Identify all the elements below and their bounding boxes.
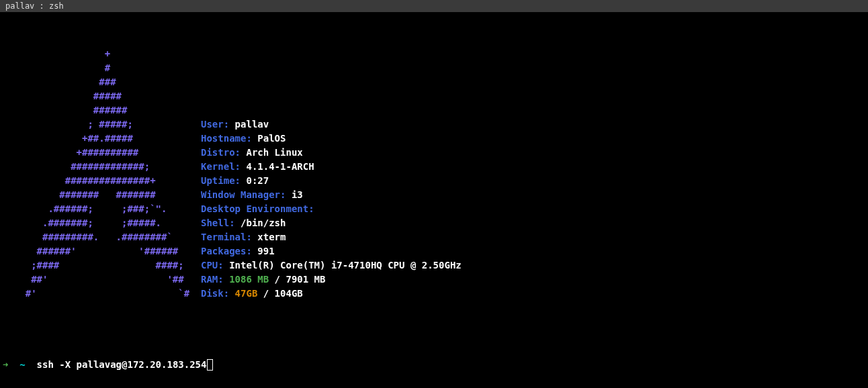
prompt-cwd: ~	[19, 358, 25, 372]
info-line: User: pallav	[201, 117, 269, 132]
info-line: Uptime: 0:27	[201, 174, 269, 188]
info-line: Shell: /bin/zsh	[201, 216, 286, 230]
info-value: Intel(R) Core(TM) i7-4710HQ CPU @ 2.50GH…	[229, 260, 462, 271]
prompt-command[interactable]: ssh -X pallavag@172.20.183.254	[37, 358, 207, 372]
ascii-row: +##.##### Hostname: PalOS	[3, 132, 865, 146]
ascii-row: ###	[3, 75, 865, 89]
arch-logo-line: #####	[3, 89, 201, 103]
info-value: /bin/zsh	[241, 217, 286, 228]
arch-logo-line: ###	[3, 75, 201, 89]
info-line: Desktop Environment:	[201, 202, 320, 216]
info-label: CPU:	[201, 260, 224, 271]
system-info-block: + # ### ##### ###### ; #####; User: pa	[3, 47, 865, 301]
ascii-row: #############; Kernel: 4.1.4-1-ARCH	[3, 160, 865, 174]
info-value: / 104GB	[257, 288, 302, 299]
info-value: pallav	[235, 119, 269, 130]
ascii-row: ######' '###### Packages: 991	[3, 244, 865, 258]
arch-logo-line: .######; ;###;`".	[3, 202, 201, 216]
arch-logo-line: #' `#	[3, 287, 201, 301]
info-value: 4.1.4-1-ARCH	[246, 161, 314, 172]
ascii-row: +	[3, 47, 865, 61]
arch-logo-line: ######	[3, 103, 201, 117]
arch-logo-line: #	[3, 61, 201, 75]
info-label: Window Manager:	[201, 189, 286, 200]
window-title: pallav : zsh	[5, 0, 64, 12]
arch-logo-line: ; #####;	[3, 117, 201, 132]
arch-logo-line: .#######; ;#####.	[3, 216, 201, 230]
ascii-row: #	[3, 61, 865, 75]
info-value: 991	[257, 246, 274, 256]
info-value: i3	[292, 189, 303, 200]
ascii-row: #####	[3, 89, 865, 103]
info-line: Packages: 991	[201, 244, 275, 258]
info-line: Terminal: xterm	[201, 230, 286, 244]
window-titlebar: pallav : zsh	[0, 0, 868, 12]
info-label: Kernel:	[201, 161, 241, 172]
ascii-row: ####### ####### Window Manager: i3	[3, 188, 865, 202]
info-value: 0:27	[246, 175, 269, 186]
info-label: Disk:	[201, 288, 229, 299]
info-label: Distro:	[201, 147, 241, 158]
info-line: Kernel: 4.1.4-1-ARCH	[201, 160, 314, 174]
arch-logo-line: #########. .########`	[3, 230, 201, 244]
info-line: Hostname: PalOS	[201, 132, 286, 146]
info-value: / 7901 MB	[269, 274, 325, 285]
info-line: RAM: 1086 MB / 7901 MB	[201, 273, 325, 287]
ascii-row: .#######; ;#####. Shell: /bin/zsh	[3, 216, 865, 230]
arch-logo-line: ###############+	[3, 174, 201, 188]
ascii-row: ##' '## RAM: 1086 MB / 7901 MB	[3, 273, 865, 287]
ascii-row: .######; ;###;`". Desktop Environment:	[3, 202, 865, 216]
info-label: Shell:	[201, 217, 235, 228]
info-value-highlight: 1086 MB	[229, 274, 269, 285]
info-value: Arch Linux	[246, 147, 302, 158]
info-value: PalOS	[257, 133, 286, 144]
ascii-row: ; #####; User: pallav	[3, 117, 865, 132]
arch-logo-line: ######' '######	[3, 244, 201, 258]
arch-logo-line: +##.#####	[3, 132, 201, 146]
info-line: Window Manager: i3	[201, 188, 303, 202]
ascii-row: #' `# Disk: 47GB / 104GB	[3, 287, 865, 301]
ascii-row: +########## Distro: Arch Linux	[3, 146, 865, 160]
info-label: Desktop Environment:	[201, 203, 314, 214]
info-value-highlight: 47GB	[235, 288, 258, 299]
info-line: CPU: Intel(R) Core(TM) i7-4710HQ CPU @ 2…	[201, 258, 462, 273]
ascii-row: ;#### ####; CPU: Intel(R) Core(TM) i7-47…	[3, 258, 865, 273]
arch-logo-line: +##########	[3, 146, 201, 160]
prompt-arrow: ➜	[3, 358, 8, 372]
arch-logo-line: ;#### ####;	[3, 258, 201, 273]
info-label: Packages:	[201, 246, 252, 256]
ascii-row: ######	[3, 103, 865, 117]
cursor-icon	[207, 359, 213, 371]
arch-logo-line: #############;	[3, 160, 201, 174]
info-value: xterm	[257, 232, 286, 242]
info-line: Distro: Arch Linux	[201, 146, 303, 160]
terminal-area[interactable]: + # ### ##### ###### ; #####; User: pa	[0, 12, 868, 388]
info-label: Hostname:	[201, 133, 252, 144]
ascii-row: #########. .########` Terminal: xterm	[3, 230, 865, 244]
arch-logo-line: ##' '##	[3, 273, 201, 287]
info-label: Uptime:	[201, 175, 241, 186]
arch-logo-line: ####### #######	[3, 188, 201, 202]
info-line: Disk: 47GB / 104GB	[201, 287, 303, 301]
info-label: RAM:	[201, 274, 224, 285]
ascii-row: ###############+ Uptime: 0:27	[3, 174, 865, 188]
info-label: Terminal:	[201, 232, 252, 242]
info-label: User:	[201, 119, 229, 130]
arch-logo-line: +	[3, 47, 201, 61]
prompt-line[interactable]: ➜ ~ ssh -X pallavag@172.20.183.254	[3, 358, 865, 372]
